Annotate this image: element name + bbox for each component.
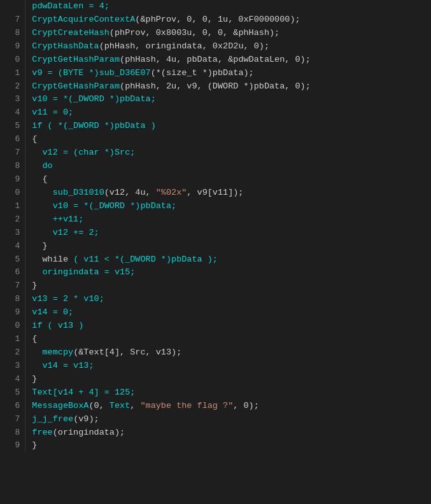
- code-token: v10 = *(_DWORD *)pbData;: [32, 201, 176, 211]
- code-token: (phHash, 4u, pbData, &pdwDataLen, 0);: [120, 55, 311, 64]
- line-number: 6: [0, 133, 25, 146]
- code-token: (oringindata);: [53, 428, 125, 437]
- code-token: }: [32, 241, 47, 251]
- line-number: [0, 0, 25, 13]
- code-line: 8CryptCreateHash(phProv, 0x8003u, 0, 0, …: [0, 27, 431, 40]
- line-content: v11 = 0;: [25, 106, 431, 120]
- code-token: CryptHashData: [32, 41, 99, 51]
- line-number: 0: [0, 319, 25, 333]
- code-line: 5if ( *(_DWORD *)pbData ): [0, 120, 431, 133]
- code-line: 4v11 = 0;: [0, 106, 431, 120]
- code-line: 0 sub_D31010(v12, 4u, "%02x", v9[v11]);: [0, 186, 431, 200]
- code-token: v12 += 2;: [32, 228, 99, 237]
- line-content: sub_D31010(v12, 4u, "%02x", v9[v11]);: [25, 186, 431, 200]
- code-token: ++v11;: [32, 214, 83, 224]
- line-number: 9: [0, 439, 25, 452]
- code-line: 5Text[v14 + 4] = 125;: [0, 386, 431, 400]
- code-line: 6{: [0, 133, 431, 146]
- code-token: CryptGetHashParam: [32, 55, 120, 64]
- line-number: 4: [0, 373, 25, 386]
- code-line: 2 ++v11;: [0, 213, 431, 227]
- line-number: 2: [0, 346, 25, 360]
- line-number: 6: [0, 266, 25, 279]
- code-token: (v12, 4u,: [104, 188, 156, 197]
- code-token: CryptAcquireContextA: [32, 15, 135, 24]
- code-token: v10 = *(_DWORD *)pbData;: [32, 94, 155, 104]
- code-line: 2CryptGetHashParam(phHash, 2u, v9, (DWOR…: [0, 80, 431, 94]
- line-content: v10 = *(_DWORD *)pbData;: [25, 93, 431, 106]
- code-token: , 0);: [233, 401, 259, 410]
- line-content: {: [25, 173, 431, 186]
- code-line: 4}: [0, 373, 431, 386]
- line-number: 2: [0, 213, 25, 227]
- line-content: CryptAcquireContextA(&phProv, 0, 0, 1u, …: [25, 13, 431, 27]
- line-number: 2: [0, 80, 25, 94]
- code-line: 3v10 = *(_DWORD *)pbData;: [0, 93, 431, 106]
- code-token: (0,: [88, 401, 109, 410]
- line-content: {: [25, 133, 431, 146]
- code-line: 9v14 = 0;: [0, 306, 431, 319]
- line-content: {: [25, 333, 431, 346]
- line-content: j_j_free(v9);: [25, 413, 431, 426]
- line-number: 1: [0, 67, 25, 80]
- line-number: 7: [0, 413, 25, 426]
- code-line: pdwDataLen = 4;: [0, 0, 431, 13]
- code-token: (phHash, oringindata, 0x2D2u, 0);: [99, 41, 269, 51]
- code-line: 6 oringindata = v15;: [0, 266, 431, 279]
- code-line: 7 v12 = (char *)Src;: [0, 146, 431, 160]
- code-token: v14 = 0;: [32, 307, 73, 317]
- code-line: 7}: [0, 279, 431, 293]
- line-number: 9: [0, 40, 25, 53]
- line-number: 4: [0, 240, 25, 253]
- line-number: 5: [0, 386, 25, 400]
- line-number: 1: [0, 333, 25, 346]
- code-token: CryptGetHashParam: [32, 81, 120, 91]
- line-content: v12 = (char *)Src;: [25, 146, 431, 160]
- code-token: (*(size_t *)pbData);: [151, 68, 254, 78]
- line-content: v12 += 2;: [25, 227, 431, 240]
- line-content: memcpy(&Text[4], Src, v13);: [25, 346, 431, 360]
- code-line: 9}: [0, 439, 431, 452]
- line-number: 1: [0, 200, 25, 213]
- line-number: 9: [0, 306, 25, 319]
- code-line: 7j_j_free(v9);: [0, 413, 431, 426]
- code-table: pdwDataLen = 4;7CryptAcquireContextA(&ph…: [0, 0, 431, 452]
- line-content: if ( v13 ): [25, 319, 431, 333]
- line-content: while ( v11 < *(_DWORD *)pbData );: [25, 253, 431, 267]
- code-token: v14 = v13;: [32, 361, 94, 370]
- code-token: v13 = 2 * v10;: [32, 294, 104, 304]
- code-token: {: [32, 134, 37, 144]
- code-token: (&phProv, 0, 0, 1u, 0xF0000000);: [135, 15, 300, 24]
- code-line: 0if ( v13 ): [0, 319, 431, 333]
- line-content: CryptCreateHash(phProv, 0x8003u, 0, 0, &…: [25, 27, 431, 40]
- line-content: CryptGetHashParam(phHash, 4u, pbData, &p…: [25, 53, 431, 67]
- code-token: Text: [110, 401, 130, 410]
- code-line: 2 memcpy(&Text[4], Src, v13);: [0, 346, 431, 360]
- code-line: 3 v12 += 2;: [0, 227, 431, 240]
- code-token: , v9[v11]);: [187, 188, 243, 197]
- code-line: 9 {: [0, 173, 431, 186]
- line-number: 5: [0, 253, 25, 267]
- line-number: 7: [0, 279, 25, 293]
- line-content: free(oringindata);: [25, 426, 431, 440]
- code-token: }: [32, 374, 37, 384]
- code-line: 8 do: [0, 160, 431, 173]
- line-number: 8: [0, 293, 25, 306]
- code-token: ,: [130, 401, 140, 410]
- line-number: 0: [0, 186, 25, 200]
- line-content: if ( *(_DWORD *)pbData ): [25, 120, 431, 133]
- code-line: 4 }: [0, 240, 431, 253]
- code-token: MessageBoxA: [32, 401, 88, 410]
- line-content: Text[v14 + 4] = 125;: [25, 386, 431, 400]
- line-content: v10 = *(_DWORD *)pbData;: [25, 200, 431, 213]
- line-number: 8: [0, 426, 25, 440]
- code-line: 0CryptGetHashParam(phHash, 4u, pbData, &…: [0, 53, 431, 67]
- code-line: 7CryptAcquireContextA(&phProv, 0, 0, 1u,…: [0, 13, 431, 27]
- line-content: }: [25, 240, 431, 253]
- code-token: CryptCreateHash: [32, 28, 110, 38]
- line-number: 3: [0, 360, 25, 373]
- code-line: 8v13 = 2 * v10;: [0, 293, 431, 306]
- line-content: MessageBoxA(0, Text, "maybe the flag ?",…: [25, 400, 431, 413]
- line-content: }: [25, 279, 431, 293]
- code-line: 9CryptHashData(phHash, oringindata, 0x2D…: [0, 40, 431, 53]
